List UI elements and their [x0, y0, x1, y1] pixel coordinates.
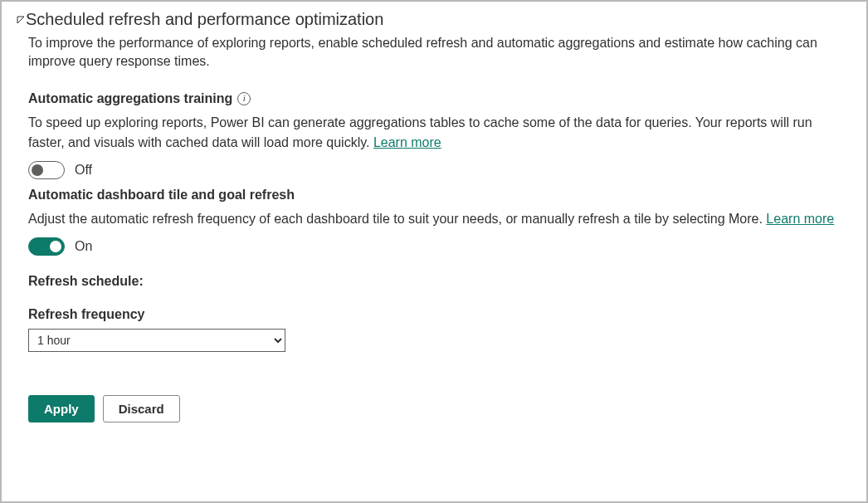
section-header[interactable]: Scheduled refresh and performance optimi… — [17, 10, 851, 29]
aggregations-toggle-label: Off — [75, 163, 92, 178]
discard-button[interactable]: Discard — [103, 395, 180, 422]
section-title: Scheduled refresh and performance optimi… — [26, 10, 383, 29]
toggle-knob — [50, 241, 61, 252]
refresh-schedule-label: Refresh schedule: — [28, 274, 851, 289]
section-description: To improve the performance of exploring … — [28, 34, 851, 71]
info-icon[interactable]: i — [237, 92, 251, 105]
aggregations-toggle[interactable] — [28, 161, 65, 179]
tile-refresh-toggle[interactable] — [28, 237, 65, 256]
expand-caret-icon — [17, 16, 25, 24]
aggregations-learn-more-link[interactable]: Learn more — [373, 135, 441, 149]
refresh-frequency-select[interactable]: 1 hour — [28, 329, 285, 352]
toggle-knob — [32, 164, 43, 176]
tile-refresh-learn-more-link[interactable]: Learn more — [766, 212, 834, 226]
refresh-frequency-label: Refresh frequency — [28, 307, 851, 322]
aggregations-description: To speed up exploring reports, Power BI … — [28, 113, 851, 153]
apply-button[interactable]: Apply — [28, 395, 95, 422]
tile-refresh-description: Adjust the automatic refresh frequency o… — [28, 209, 851, 229]
tile-refresh-description-text: Adjust the automatic refresh frequency o… — [28, 212, 766, 226]
tile-refresh-title: Automatic dashboard tile and goal refres… — [28, 188, 851, 203]
tile-refresh-toggle-label: On — [75, 239, 92, 254]
aggregations-title: Automatic aggregations training — [28, 91, 232, 106]
